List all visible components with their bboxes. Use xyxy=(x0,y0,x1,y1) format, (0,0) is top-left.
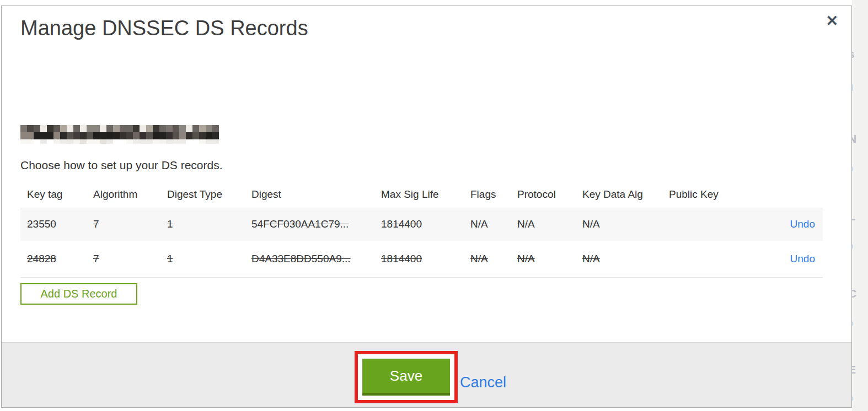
undo-link[interactable]: Undo xyxy=(790,253,815,264)
cell-digest-type: 1 xyxy=(160,241,245,277)
cell-public-key xyxy=(662,208,759,241)
col-header-key-data-alg: Key Data Alg xyxy=(576,182,662,208)
table-row: 23550 7 1 54FCF030AA1C79... 1814400 N/A … xyxy=(20,208,823,241)
cell-flags: N/A xyxy=(464,208,511,241)
save-button[interactable]: Save xyxy=(362,359,450,396)
col-header-max-sig-life: Max Sig Life xyxy=(374,182,464,208)
background-text-fragment: C xyxy=(852,287,856,300)
background-text-fragment: o xyxy=(852,163,853,174)
cell-max-sig-life: 1814400 xyxy=(374,241,464,277)
cell-algorithm: 7 xyxy=(87,208,160,241)
col-header-digest-type: Digest Type xyxy=(160,182,245,208)
col-header-action xyxy=(759,182,823,208)
cell-protocol: N/A xyxy=(511,241,576,277)
background-text-fragment: N xyxy=(852,132,856,145)
add-ds-record-button[interactable]: Add DS Record xyxy=(20,283,137,305)
manage-dnssec-dialog: ✕ Manage DNSSEC DS Records Choose how to… xyxy=(1,6,852,408)
page-title: Manage DNSSEC DS Records xyxy=(20,17,308,40)
col-header-key-tag: Key tag xyxy=(20,182,87,208)
annotation-highlight: Save xyxy=(355,351,458,403)
cell-algorithm: 7 xyxy=(87,241,160,277)
cell-digest: D4A33E8DD550A9... xyxy=(245,241,374,277)
background-page-sliver: sdNoLoCoEo xyxy=(852,0,868,411)
col-header-flags: Flags xyxy=(464,182,511,208)
instruction-text: Choose how to set up your DS records. xyxy=(20,157,223,174)
cell-key-tag: 23550 xyxy=(20,208,87,241)
cell-key-data-alg: N/A xyxy=(576,241,662,277)
col-header-protocol: Protocol xyxy=(511,182,576,208)
cell-key-tag: 24828 xyxy=(20,241,87,277)
cell-key-data-alg: N/A xyxy=(576,208,662,241)
cell-digest-type: 1 xyxy=(160,208,245,241)
cancel-link[interactable]: Cancel xyxy=(460,374,506,391)
col-header-public-key: Public Key xyxy=(662,182,759,208)
col-header-digest: Digest xyxy=(245,182,374,208)
table-header-row: Key tag Algorithm Digest Type Digest Max… xyxy=(20,182,823,208)
background-text-fragment: d xyxy=(852,83,853,94)
cell-protocol: N/A xyxy=(511,208,576,241)
background-text-fragment: L xyxy=(852,210,855,223)
cell-digest: 54FCF030AA1C79... xyxy=(245,208,374,241)
background-text-fragment: o xyxy=(852,393,853,404)
background-text-fragment: s xyxy=(852,47,855,61)
background-text-fragment: E xyxy=(852,363,856,376)
cell-public-key xyxy=(662,241,759,277)
cell-flags: N/A xyxy=(464,241,511,277)
background-text-fragment: o xyxy=(852,241,853,252)
table-row: 24828 7 1 D4A33E8DD550A9... 1814400 N/A … xyxy=(20,241,823,277)
background-text-fragment: o xyxy=(852,318,853,329)
col-header-algorithm: Algorithm xyxy=(87,182,160,208)
undo-link[interactable]: Undo xyxy=(790,218,815,230)
redacted-domain xyxy=(20,125,219,144)
ds-records-table: Key tag Algorithm Digest Type Digest Max… xyxy=(20,182,823,278)
page: sdNoLoCoEo ✕ Manage DNSSEC DS Records Ch… xyxy=(0,0,868,411)
close-icon[interactable]: ✕ xyxy=(826,14,838,29)
cell-max-sig-life: 1814400 xyxy=(374,208,464,241)
